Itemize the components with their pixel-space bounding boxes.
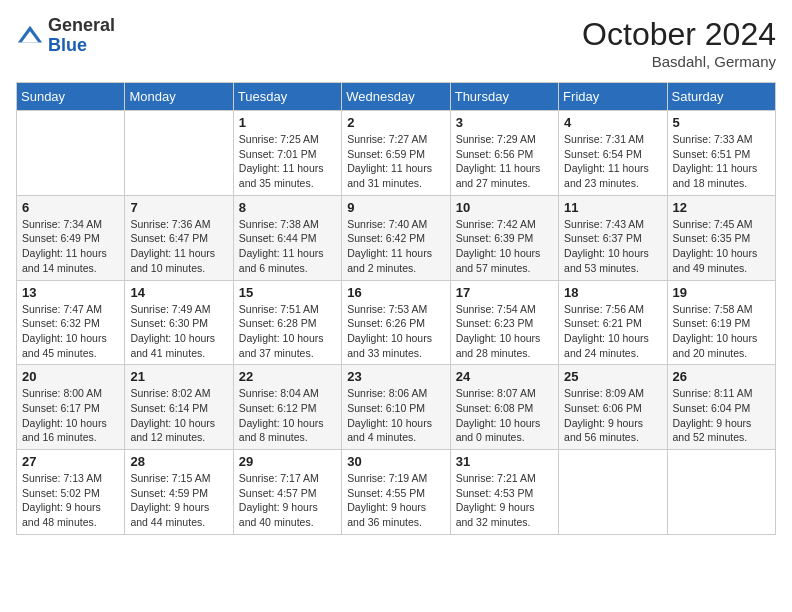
day-number: 16 — [347, 285, 444, 300]
day-number: 17 — [456, 285, 553, 300]
day-info: Sunrise: 7:49 AMSunset: 6:30 PMDaylight:… — [130, 302, 227, 361]
day-info: Sunrise: 7:13 AMSunset: 5:02 PMDaylight:… — [22, 471, 119, 530]
day-number: 30 — [347, 454, 444, 469]
calendar-cell: 3Sunrise: 7:29 AMSunset: 6:56 PMDaylight… — [450, 111, 558, 196]
calendar-cell: 16Sunrise: 7:53 AMSunset: 6:26 PMDayligh… — [342, 280, 450, 365]
calendar-cell: 29Sunrise: 7:17 AMSunset: 4:57 PMDayligh… — [233, 450, 341, 535]
logo: General Blue — [16, 16, 115, 56]
day-info: Sunrise: 7:19 AMSunset: 4:55 PMDaylight:… — [347, 471, 444, 530]
day-info: Sunrise: 7:27 AMSunset: 6:59 PMDaylight:… — [347, 132, 444, 191]
calendar-cell: 28Sunrise: 7:15 AMSunset: 4:59 PMDayligh… — [125, 450, 233, 535]
calendar-cell: 5Sunrise: 7:33 AMSunset: 6:51 PMDaylight… — [667, 111, 775, 196]
day-number: 8 — [239, 200, 336, 215]
day-info: Sunrise: 7:33 AMSunset: 6:51 PMDaylight:… — [673, 132, 770, 191]
day-number: 20 — [22, 369, 119, 384]
day-number: 15 — [239, 285, 336, 300]
calendar-cell: 12Sunrise: 7:45 AMSunset: 6:35 PMDayligh… — [667, 195, 775, 280]
day-info: Sunrise: 7:51 AMSunset: 6:28 PMDaylight:… — [239, 302, 336, 361]
day-info: Sunrise: 7:17 AMSunset: 4:57 PMDaylight:… — [239, 471, 336, 530]
day-info: Sunrise: 8:02 AMSunset: 6:14 PMDaylight:… — [130, 386, 227, 445]
day-number: 9 — [347, 200, 444, 215]
calendar-cell: 9Sunrise: 7:40 AMSunset: 6:42 PMDaylight… — [342, 195, 450, 280]
calendar-cell — [667, 450, 775, 535]
day-info: Sunrise: 8:11 AMSunset: 6:04 PMDaylight:… — [673, 386, 770, 445]
day-number: 14 — [130, 285, 227, 300]
calendar-cell: 1Sunrise: 7:25 AMSunset: 7:01 PMDaylight… — [233, 111, 341, 196]
calendar-cell: 31Sunrise: 7:21 AMSunset: 4:53 PMDayligh… — [450, 450, 558, 535]
day-info: Sunrise: 7:45 AMSunset: 6:35 PMDaylight:… — [673, 217, 770, 276]
calendar-table: SundayMondayTuesdayWednesdayThursdayFrid… — [16, 82, 776, 535]
calendar-cell: 11Sunrise: 7:43 AMSunset: 6:37 PMDayligh… — [559, 195, 667, 280]
day-info: Sunrise: 7:31 AMSunset: 6:54 PMDaylight:… — [564, 132, 661, 191]
col-header-friday: Friday — [559, 83, 667, 111]
calendar-cell: 21Sunrise: 8:02 AMSunset: 6:14 PMDayligh… — [125, 365, 233, 450]
calendar-cell: 17Sunrise: 7:54 AMSunset: 6:23 PMDayligh… — [450, 280, 558, 365]
calendar-cell: 15Sunrise: 7:51 AMSunset: 6:28 PMDayligh… — [233, 280, 341, 365]
day-info: Sunrise: 7:47 AMSunset: 6:32 PMDaylight:… — [22, 302, 119, 361]
calendar-cell: 30Sunrise: 7:19 AMSunset: 4:55 PMDayligh… — [342, 450, 450, 535]
day-info: Sunrise: 7:21 AMSunset: 4:53 PMDaylight:… — [456, 471, 553, 530]
calendar-cell: 22Sunrise: 8:04 AMSunset: 6:12 PMDayligh… — [233, 365, 341, 450]
day-info: Sunrise: 8:00 AMSunset: 6:17 PMDaylight:… — [22, 386, 119, 445]
day-number: 10 — [456, 200, 553, 215]
day-number: 3 — [456, 115, 553, 130]
day-info: Sunrise: 7:25 AMSunset: 7:01 PMDaylight:… — [239, 132, 336, 191]
calendar-cell: 25Sunrise: 8:09 AMSunset: 6:06 PMDayligh… — [559, 365, 667, 450]
col-header-monday: Monday — [125, 83, 233, 111]
day-number: 6 — [22, 200, 119, 215]
day-number: 27 — [22, 454, 119, 469]
day-number: 31 — [456, 454, 553, 469]
day-number: 2 — [347, 115, 444, 130]
col-header-sunday: Sunday — [17, 83, 125, 111]
col-header-wednesday: Wednesday — [342, 83, 450, 111]
calendar-cell: 18Sunrise: 7:56 AMSunset: 6:21 PMDayligh… — [559, 280, 667, 365]
page-header: General Blue October 2024 Basdahl, Germa… — [16, 16, 776, 70]
calendar-cell: 26Sunrise: 8:11 AMSunset: 6:04 PMDayligh… — [667, 365, 775, 450]
day-number: 13 — [22, 285, 119, 300]
day-number: 22 — [239, 369, 336, 384]
day-info: Sunrise: 7:42 AMSunset: 6:39 PMDaylight:… — [456, 217, 553, 276]
day-info: Sunrise: 8:07 AMSunset: 6:08 PMDaylight:… — [456, 386, 553, 445]
day-info: Sunrise: 7:38 AMSunset: 6:44 PMDaylight:… — [239, 217, 336, 276]
day-number: 7 — [130, 200, 227, 215]
calendar-cell: 7Sunrise: 7:36 AMSunset: 6:47 PMDaylight… — [125, 195, 233, 280]
title-block: October 2024 Basdahl, Germany — [582, 16, 776, 70]
calendar-cell — [17, 111, 125, 196]
calendar-cell — [125, 111, 233, 196]
day-number: 18 — [564, 285, 661, 300]
day-info: Sunrise: 7:58 AMSunset: 6:19 PMDaylight:… — [673, 302, 770, 361]
day-number: 24 — [456, 369, 553, 384]
day-info: Sunrise: 7:29 AMSunset: 6:56 PMDaylight:… — [456, 132, 553, 191]
day-info: Sunrise: 7:53 AMSunset: 6:26 PMDaylight:… — [347, 302, 444, 361]
day-info: Sunrise: 7:15 AMSunset: 4:59 PMDaylight:… — [130, 471, 227, 530]
calendar-cell: 10Sunrise: 7:42 AMSunset: 6:39 PMDayligh… — [450, 195, 558, 280]
calendar-cell: 27Sunrise: 7:13 AMSunset: 5:02 PMDayligh… — [17, 450, 125, 535]
day-info: Sunrise: 7:36 AMSunset: 6:47 PMDaylight:… — [130, 217, 227, 276]
calendar-cell: 19Sunrise: 7:58 AMSunset: 6:19 PMDayligh… — [667, 280, 775, 365]
location: Basdahl, Germany — [582, 53, 776, 70]
calendar-cell: 23Sunrise: 8:06 AMSunset: 6:10 PMDayligh… — [342, 365, 450, 450]
day-number: 28 — [130, 454, 227, 469]
calendar-week-row: 13Sunrise: 7:47 AMSunset: 6:32 PMDayligh… — [17, 280, 776, 365]
col-header-thursday: Thursday — [450, 83, 558, 111]
logo-icon — [16, 22, 44, 50]
calendar-week-row: 27Sunrise: 7:13 AMSunset: 5:02 PMDayligh… — [17, 450, 776, 535]
month-title: October 2024 — [582, 16, 776, 53]
calendar-cell: 2Sunrise: 7:27 AMSunset: 6:59 PMDaylight… — [342, 111, 450, 196]
day-number: 1 — [239, 115, 336, 130]
calendar-cell: 4Sunrise: 7:31 AMSunset: 6:54 PMDaylight… — [559, 111, 667, 196]
day-number: 29 — [239, 454, 336, 469]
day-info: Sunrise: 8:04 AMSunset: 6:12 PMDaylight:… — [239, 386, 336, 445]
day-info: Sunrise: 7:54 AMSunset: 6:23 PMDaylight:… — [456, 302, 553, 361]
day-info: Sunrise: 7:56 AMSunset: 6:21 PMDaylight:… — [564, 302, 661, 361]
col-header-tuesday: Tuesday — [233, 83, 341, 111]
col-header-saturday: Saturday — [667, 83, 775, 111]
day-number: 4 — [564, 115, 661, 130]
day-number: 26 — [673, 369, 770, 384]
calendar-cell: 8Sunrise: 7:38 AMSunset: 6:44 PMDaylight… — [233, 195, 341, 280]
calendar-cell: 13Sunrise: 7:47 AMSunset: 6:32 PMDayligh… — [17, 280, 125, 365]
calendar-cell: 6Sunrise: 7:34 AMSunset: 6:49 PMDaylight… — [17, 195, 125, 280]
calendar-week-row: 6Sunrise: 7:34 AMSunset: 6:49 PMDaylight… — [17, 195, 776, 280]
day-number: 21 — [130, 369, 227, 384]
calendar-header-row: SundayMondayTuesdayWednesdayThursdayFrid… — [17, 83, 776, 111]
